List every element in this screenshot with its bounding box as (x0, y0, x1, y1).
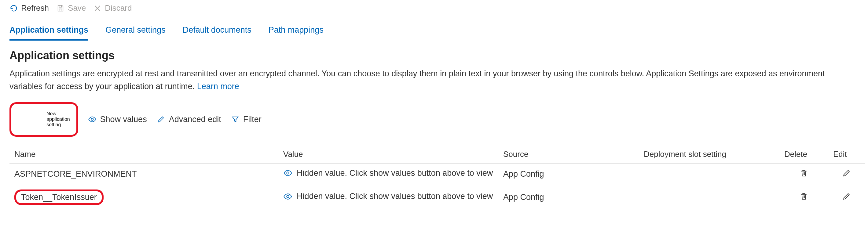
pencil-icon (842, 168, 851, 177)
col-delete: Delete (779, 145, 828, 164)
show-values-button[interactable]: Show values (88, 115, 147, 124)
section-description-text: Application settings are encrypted at re… (9, 69, 825, 91)
col-name[interactable]: Name (9, 145, 278, 164)
tab-application-settings[interactable]: Application settings (9, 25, 88, 41)
tab-strip: Application settings General settings De… (9, 25, 859, 41)
discard-button: Discard (93, 3, 132, 13)
filter-button[interactable]: Filter (231, 115, 261, 124)
pencil-icon (842, 192, 851, 201)
table-row: Token__TokenIssuer Hidden value. Click s… (9, 185, 865, 210)
edit-button[interactable] (842, 192, 851, 201)
slot-cell (639, 163, 779, 185)
tab-default-documents[interactable]: Default documents (183, 25, 251, 41)
setting-name-link[interactable]: ASPNETCORE_ENVIRONMENT (14, 169, 137, 178)
eye-icon (88, 115, 97, 124)
plus-icon (17, 106, 43, 132)
command-bar: Refresh Save Discard (0, 0, 868, 18)
save-label: Save (68, 3, 86, 13)
eye-icon[interactable] (283, 192, 292, 201)
svg-point-1 (287, 172, 289, 174)
settings-table: Name Value Source Deployment slot settin… (9, 145, 865, 210)
save-button: Save (56, 3, 86, 13)
section-description: Application settings are encrypted at re… (9, 67, 853, 93)
hidden-value-text: Hidden value. Click show values button a… (297, 192, 493, 201)
delete-button[interactable] (799, 192, 808, 201)
new-application-setting-button[interactable]: New application setting (9, 102, 78, 137)
save-icon (56, 4, 65, 12)
refresh-button[interactable]: Refresh (9, 3, 49, 13)
setting-name-link[interactable]: Token__TokenIssuer (14, 190, 103, 205)
trash-icon (799, 192, 808, 201)
col-edit: Edit (828, 145, 865, 164)
learn-more-link[interactable]: Learn more (197, 82, 239, 91)
svg-point-0 (91, 119, 93, 121)
actions-row: New application setting Show values Adva… (9, 102, 859, 137)
source-cell: App Config (498, 163, 639, 185)
section-title: Application settings (9, 49, 859, 62)
advanced-edit-label: Advanced edit (169, 115, 221, 124)
discard-label: Discard (105, 3, 132, 13)
tab-general-settings[interactable]: General settings (105, 25, 165, 41)
close-icon (93, 4, 102, 12)
pencil-icon (157, 115, 165, 124)
slot-cell (639, 185, 779, 210)
table-row: ASPNETCORE_ENVIRONMENT Hidden value. Cli… (9, 163, 865, 185)
delete-button[interactable] (799, 168, 808, 177)
source-cell: App Config (498, 185, 639, 210)
show-values-label: Show values (100, 115, 147, 124)
refresh-icon (9, 4, 18, 12)
hidden-value-text: Hidden value. Click show values button a… (297, 168, 493, 178)
svg-point-2 (287, 195, 289, 198)
refresh-label: Refresh (21, 3, 49, 13)
advanced-edit-button[interactable]: Advanced edit (157, 115, 221, 124)
trash-icon (799, 168, 808, 177)
tab-path-mappings[interactable]: Path mappings (269, 25, 323, 41)
table-header-row: Name Value Source Deployment slot settin… (9, 145, 865, 164)
col-source[interactable]: Source (498, 145, 639, 164)
new-application-setting-label: New application setting (46, 111, 70, 128)
col-value[interactable]: Value (278, 145, 498, 164)
filter-icon (231, 115, 240, 124)
eye-icon[interactable] (283, 168, 292, 177)
col-slot[interactable]: Deployment slot setting (639, 145, 779, 164)
filter-label: Filter (243, 115, 261, 124)
edit-button[interactable] (842, 168, 851, 177)
